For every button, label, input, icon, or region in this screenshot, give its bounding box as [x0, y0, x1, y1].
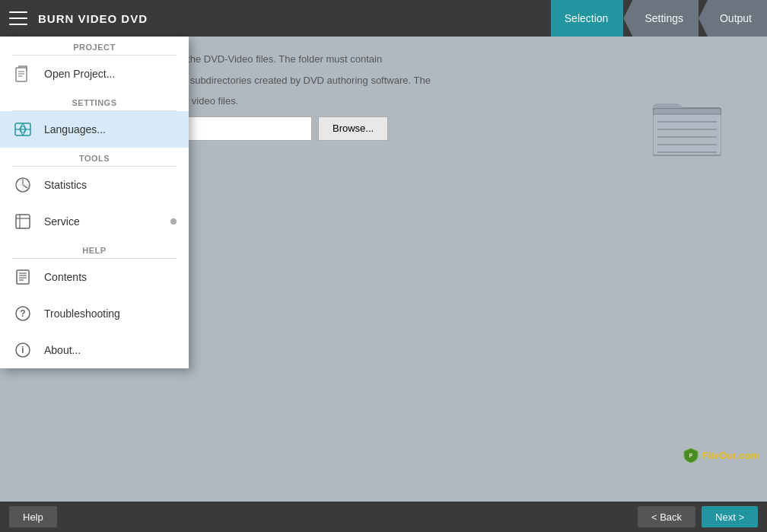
watermark: F FileOur.com [683, 447, 759, 464]
service-dot [170, 218, 177, 225]
menu-item-service[interactable]: Service [0, 203, 189, 240]
menu-item-service-label: Service [44, 215, 160, 228]
menu-section-tools: TOOLS [0, 148, 189, 166]
troubleshooting-icon: ? [12, 303, 33, 324]
menu-item-about[interactable]: i About... [0, 332, 189, 368]
folder-icon-large [653, 97, 721, 158]
about-icon: i [12, 339, 33, 361]
bottom-bar: Help < Back Next > [0, 502, 767, 532]
language-icon [12, 119, 33, 140]
hamburger-menu-icon[interactable] [9, 11, 27, 25]
breadcrumb: Selection Settings Output [551, 0, 767, 37]
svg-rect-10 [16, 68, 27, 81]
svg-rect-22 [16, 215, 30, 228]
menu-item-about-label: About... [44, 344, 177, 356]
menu-item-languages[interactable]: Languages... [0, 111, 189, 148]
menu-item-contents[interactable]: Contents [0, 259, 189, 295]
svg-text:i: i [21, 345, 24, 355]
menu-item-statistics[interactable]: Statistics [0, 167, 189, 203]
next-button[interactable]: Next > [702, 506, 758, 527]
file-open-icon [12, 63, 33, 84]
back-button[interactable]: < Back [638, 506, 695, 527]
menu-item-open-project[interactable]: Open Project... [0, 56, 189, 92]
menu-section-settings: SETTINGS [0, 92, 189, 110]
svg-rect-25 [17, 270, 29, 284]
app-title: BURN VIDEO DVD [38, 12, 148, 25]
menu-item-troubleshooting-label: Troubleshooting [44, 307, 177, 320]
service-icon [12, 211, 33, 232]
top-bar: BURN VIDEO DVD Selection Settings Output [0, 0, 767, 37]
dropdown-menu: PROJECT Open Project... SETTINGS [0, 37, 189, 368]
breadcrumb-selection[interactable]: Selection [551, 0, 624, 37]
menu-item-languages-label: Languages... [44, 123, 177, 135]
svg-text:?: ? [20, 308, 25, 319]
contents-icon [12, 266, 33, 288]
statistics-icon [12, 174, 33, 196]
svg-text:F: F [689, 452, 692, 459]
breadcrumb-output[interactable]: Output [699, 0, 767, 37]
menu-section-project: PROJECT [0, 37, 189, 55]
browse-button[interactable]: Browse... [318, 116, 388, 141]
svg-line-19 [23, 185, 27, 188]
help-button[interactable]: Help [9, 506, 57, 527]
svg-rect-2 [653, 114, 721, 155]
menu-item-statistics-label: Statistics [44, 179, 177, 191]
menu-item-troubleshooting[interactable]: ? Troubleshooting [0, 295, 189, 332]
menu-item-contents-label: Contents [44, 271, 177, 283]
nav-buttons: < Back Next > [638, 506, 758, 527]
menu-section-help: HELP [0, 240, 189, 258]
breadcrumb-settings[interactable]: Settings [623, 0, 699, 37]
menu-item-open-project-label: Open Project... [44, 68, 177, 80]
